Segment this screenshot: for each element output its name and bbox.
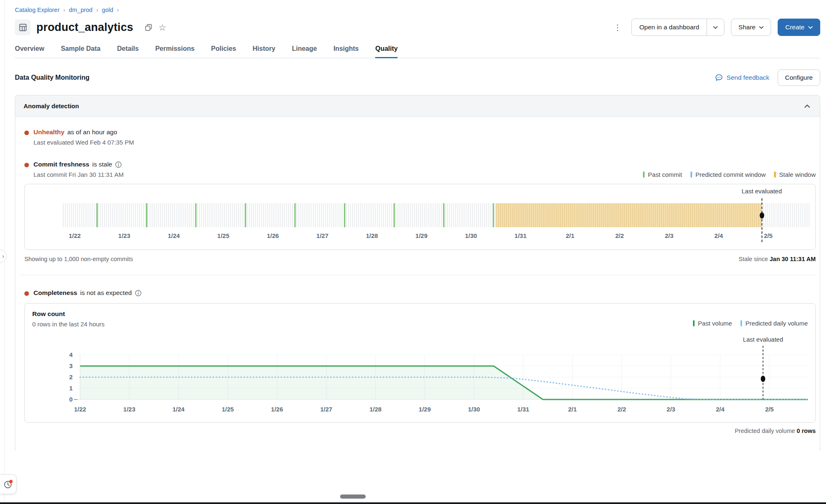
x-tick-label: 1/26 [271,406,283,413]
legend-label: Past volume [698,320,732,327]
copy-name-icon[interactable] [145,24,152,31]
breadcrumb-link[interactable]: gold [102,7,113,13]
info-icon[interactable] [115,161,122,168]
legend-swatch [643,171,645,178]
create-button-label: Create [785,24,805,31]
window-bottom-edge [0,502,826,504]
past-commit-line [245,203,246,227]
x-tick-label: 1/31 [517,406,529,413]
series-area-past-volume [80,366,808,399]
x-tick-label: 2/5 [765,406,774,413]
unhealthy-status-dot [24,131,29,135]
tab-bar: OverviewSample DataDetailsPermissionsPol… [15,45,820,58]
y-tick-label: 2 [69,373,73,380]
completeness-verdict: is not as expected [80,289,132,297]
row-count-footer: Predicted daily volume 0 rows [24,428,816,434]
row-count-legend: Past volumePredicted daily volume [693,320,808,327]
commit-band [63,203,810,227]
info-icon[interactable] [135,290,142,297]
create-button[interactable]: Create [778,19,820,36]
completeness-metric-name: Completeness [33,289,77,297]
past-commit-line [146,203,147,227]
breadcrumb-link[interactable]: Catalog Explorer [15,7,60,13]
x-tick-label: 1/24 [168,232,180,239]
table-icon [19,23,27,32]
configure-button-label: Configure [785,74,813,81]
predicted-volume-label: Predicted daily volume [735,428,795,434]
tab-history[interactable]: History [252,45,275,58]
header-actions: ⋮ Open in a dashboard Share [610,19,820,36]
legend-item: Predicted commit window [690,171,766,178]
x-tick-label: 1/29 [419,406,431,413]
row-count-chart: 012341/221/231/241/251/261/271/281/291/3… [32,333,808,418]
expand-side-panel-toggle[interactable]: › [0,250,7,263]
y-tick-label: 4 [69,351,73,358]
history-notification-badge[interactable] [0,474,17,494]
share-button[interactable]: Share [731,19,771,36]
x-tick-label: 1/27 [317,232,328,239]
x-tick-label: 1/25 [217,232,229,239]
tab-quality[interactable]: Quality [375,45,398,58]
x-tick-label: 1/25 [222,406,234,413]
last-evaluated-marker-dot [759,212,764,219]
x-tick-label: 1/28 [369,406,381,413]
monitoring-title: Data Quality Monitoring [15,74,89,81]
stale-window-region [496,203,762,227]
legend-item: Past volume [693,320,732,327]
x-tick-label: 1/30 [465,232,477,239]
x-tick-label: 1/23 [123,406,135,413]
open-in-dashboard-dropdown[interactable] [707,19,724,36]
chevron-right-icon: › [2,253,4,259]
x-tick-label: 2/2 [615,232,624,239]
status-as-of: as of an hour ago [67,128,117,136]
past-commit-line [344,203,345,227]
x-tick-label: 1/26 [267,232,279,239]
x-tick-label: 1/24 [173,406,185,413]
tab-insights[interactable]: Insights [333,45,359,58]
past-commit-line [195,203,197,227]
table-entity-tile [15,19,31,35]
x-tick-label: 1/22 [69,232,81,239]
row-count-card: Row count 0 rows in the last 24 hours Pa… [24,303,816,423]
collapse-panel-button[interactable] [803,103,812,109]
title-row: product_analytics ☆ ⋮ Open in a dashboar… [15,19,820,36]
chevron-down-icon [759,26,764,29]
anomaly-panel-header[interactable]: Anomaly detection [15,95,820,117]
freshness-metric-name: Commit freshness [33,161,89,168]
horizontal-scrollbar-thumb[interactable] [340,494,366,499]
completeness-status-dot [24,291,29,296]
favorite-star-icon[interactable]: ☆ [158,23,166,32]
tab-policies[interactable]: Policies [211,45,236,58]
anomaly-detection-panel: Anomaly detection Unhealthy a [15,95,820,451]
x-tick-label: 1/29 [415,232,427,239]
tab-details[interactable]: Details [117,45,138,58]
legend-label: Predicted daily volume [745,320,808,327]
tab-lineage[interactable]: Lineage [292,45,317,58]
legend-item: Predicted daily volume [740,320,808,327]
last-evaluated-label: Last evaluated [743,336,783,343]
open-in-dashboard-button[interactable]: Open in a dashboard [632,19,707,36]
tab-overview[interactable]: Overview [15,45,44,58]
row-count-svg: 012341/221/231/241/251/261/271/281/291/3… [32,333,808,418]
tab-permissions[interactable]: Permissions [155,45,195,58]
commit-freshness-chart: Last evaluated1/221/231/241/251/261/271/… [24,184,816,250]
send-feedback-link[interactable]: Send feedback [715,74,769,82]
chevron-down-icon [713,26,718,29]
last-evaluated-label: Last evaluated [742,188,782,195]
kebab-menu-icon[interactable]: ⋮ [610,22,625,33]
freshness-verdict: is stale [92,161,112,168]
legend-swatch [774,171,776,178]
predicted-volume-value: 0 rows [797,428,816,434]
configure-button[interactable]: Configure [778,69,820,86]
x-tick-label: 1/23 [118,232,130,239]
x-tick-label: 2/1 [568,406,577,413]
x-tick-label: 2/2 [617,406,626,413]
x-tick-label: 1/22 [74,406,86,413]
tab-sample-data[interactable]: Sample Data [61,45,100,58]
legend-swatch [690,171,693,178]
freshness-footer: Showing up to 1,000 non-empty commits St… [24,256,816,262]
speech-bubble-icon [715,74,723,82]
row-count-subtitle: 0 rows in the last 24 hours [32,321,105,328]
legend-swatch [693,320,695,326]
breadcrumb-link[interactable]: dm_prod [69,7,93,13]
